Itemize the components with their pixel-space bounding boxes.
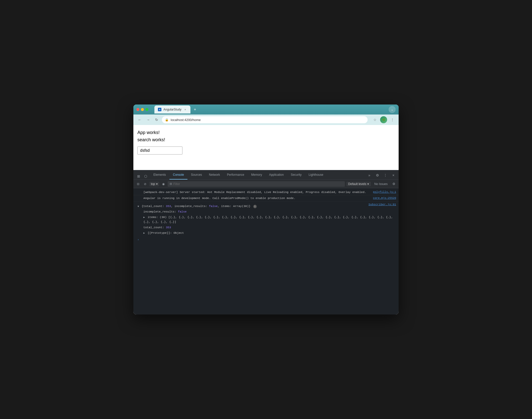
filter-bar[interactable]: ⊟ Filter [168, 181, 345, 187]
info-badge[interactable]: i [253, 205, 257, 208]
search-works-text: search works! [137, 137, 395, 142]
devtools-actions: » ⚙ ⋮ × [366, 172, 397, 180]
page-content: App works! search works! [133, 125, 399, 170]
tab-performance[interactable]: Performance [223, 170, 248, 180]
tab-title: AngularStudy [163, 108, 181, 111]
browser-window: A AngularStudy × + ⌄ ← → ↻ 🔒 [133, 104, 399, 314]
prop-prototype: ▶ [[Prototype]]: Object [133, 230, 399, 236]
tab-lighthouse[interactable]: Lighthouse [305, 170, 327, 180]
tab-network[interactable]: Network [205, 170, 223, 180]
close-button[interactable] [136, 108, 139, 111]
object-key-total: { [142, 204, 143, 208]
search-input-wrapper [137, 146, 395, 154]
console-message-1: [webpack-dev-server] Server started: Hot… [133, 189, 399, 195]
maximize-button[interactable] [145, 108, 148, 111]
profile-button[interactable]: 🌿 [380, 116, 387, 123]
prop-tc-key: total_count: [143, 226, 166, 229]
new-tab-button[interactable]: + [191, 106, 198, 113]
prop-total-count: total_count: 353 [133, 225, 399, 230]
url-text: localhost:4200/home [171, 118, 201, 122]
object-val-ir: false [209, 204, 218, 208]
filter-icon: ⊟ [170, 182, 172, 186]
console-message-2: Angular is running in development mode. … [133, 195, 399, 201]
tab-elements[interactable]: Elements [150, 170, 169, 180]
forward-button[interactable]: → [145, 116, 151, 123]
devtools-sidebar-icon[interactable]: ⊞ [135, 173, 142, 180]
object-val-items: Array(30) [233, 204, 249, 208]
console-message-2-text: Angular is running in development mode. … [143, 196, 295, 200]
console-link-polyfills[interactable]: polyfills.js:1 [373, 190, 396, 194]
object-summary-row: ▶ {total_count: 353, incomplete_results:… [133, 204, 399, 209]
devtools-close-button[interactable]: × [390, 172, 397, 178]
prop-tc-val: 353 [166, 226, 171, 229]
console-sidebar-button[interactable]: ⊟ [135, 181, 141, 187]
console-message-3: Subscriber.js:91 [133, 202, 399, 203]
no-issues-label: No Issues [372, 182, 390, 186]
prop-proto-key: [[Prototype]]: [148, 231, 174, 234]
console-settings-button[interactable]: ⚙ [391, 181, 397, 187]
devtools-panel: ⊞ ⬡ Elements Console Sources Network Per… [133, 170, 399, 314]
context-label: top [151, 182, 155, 186]
console-link-subscriber[interactable]: Subscriber.js:91 [369, 202, 396, 206]
prop-ir-key: incomplete_results: [143, 210, 178, 213]
prop-incomplete-results: incomplete_results: false [133, 209, 399, 214]
console-clear-button[interactable]: ⊘ [142, 181, 148, 187]
tab-security[interactable]: Security [287, 170, 305, 180]
console-prompt[interactable]: › [133, 236, 399, 243]
tab-console[interactable]: Console [169, 170, 187, 180]
tab-close-button[interactable]: × [183, 108, 187, 111]
chevron-down-button[interactable]: ⌄ [389, 106, 396, 113]
devtools-icons: ⊞ ⬡ [135, 173, 149, 180]
default-levels-dropdown[interactable]: Default levels ▾ [346, 182, 371, 186]
tab-application[interactable]: Application [265, 170, 287, 180]
prop-items-val: [{…}, {…}, {…}, {…}, {…}, {…}, {…}, {…},… [143, 216, 393, 223]
default-levels-label: Default levels [348, 182, 366, 186]
security-icon: 🔒 [165, 118, 169, 122]
expand-proto-icon[interactable]: ▶ [143, 231, 145, 235]
app-works-text: App works! [137, 130, 395, 135]
refresh-button[interactable]: ↻ [153, 116, 160, 123]
tab-memory[interactable]: Memory [248, 170, 265, 180]
browser-tab[interactable]: A AngularStudy × [154, 106, 190, 114]
prop-ir-val: false [178, 210, 187, 213]
console-message-1-text: [webpack-dev-server] Server started: Hot… [143, 190, 366, 194]
back-button[interactable]: ← [136, 116, 143, 123]
object-key-tc: total_count: [143, 204, 166, 208]
minimize-button[interactable] [141, 108, 144, 111]
prompt-arrow-icon: › [137, 238, 139, 241]
menu-button[interactable]: ⋮ [389, 116, 396, 123]
object-key-ir: incomplete_results: [174, 204, 209, 208]
context-arrow-icon: ▾ [156, 182, 158, 186]
more-tabs-button[interactable]: » [366, 172, 373, 178]
object-val-tc: 353 [166, 204, 171, 208]
prop-items-key: items: [148, 216, 160, 219]
prop-proto-val: Object [173, 231, 184, 234]
address-bar[interactable]: 🔒 localhost:4200/home [162, 116, 368, 123]
search-input[interactable] [137, 146, 182, 154]
avatar: 🌿 [380, 116, 387, 123]
console-eye-button[interactable]: ◉ [161, 181, 166, 187]
devtools-inspect-icon[interactable]: ⬡ [142, 173, 149, 180]
console-link-core[interactable]: core.mjs:25520 [373, 196, 396, 200]
bookmark-button[interactable]: ☆ [372, 116, 378, 123]
console-toolbar: ⊟ ⊘ top ▾ ◉ ⊟ Filter Default levels ▾ No… [133, 180, 399, 188]
devtools-tab-bar: ⊞ ⬡ Elements Console Sources Network Per… [133, 170, 399, 180]
nav-actions: ☆ 🌿 ⋮ [372, 116, 396, 123]
tab-sources[interactable]: Sources [187, 170, 205, 180]
filter-placeholder: Filter [173, 182, 180, 186]
console-output: [webpack-dev-server] Server started: Hot… [133, 188, 399, 314]
expand-object-icon[interactable]: ▶ [136, 206, 140, 207]
devtools-dots-button[interactable]: ⋮ [382, 172, 389, 178]
title-bar: A AngularStudy × + ⌄ [133, 104, 399, 114]
expand-items-icon[interactable]: ▶ [143, 216, 145, 220]
nav-bar: ← → ↻ 🔒 localhost:4200/home ☆ 🌿 ⋮ [133, 114, 399, 125]
prop-items-count: (30) [160, 216, 168, 219]
traffic-lights [136, 108, 148, 111]
console-object: ▶ {total_count: 353, incomplete_results:… [133, 203, 399, 236]
default-levels-arrow-icon: ▾ [367, 182, 369, 186]
devtools-settings-button[interactable]: ⚙ [374, 172, 381, 178]
tab-favicon: A [158, 108, 161, 111]
context-selector[interactable]: top ▾ [149, 182, 159, 186]
tab-bar: A AngularStudy × + [154, 106, 387, 114]
prop-items: ▶ items: (30) [{…}, {…}, {…}, {…}, {…}, … [133, 214, 399, 225]
